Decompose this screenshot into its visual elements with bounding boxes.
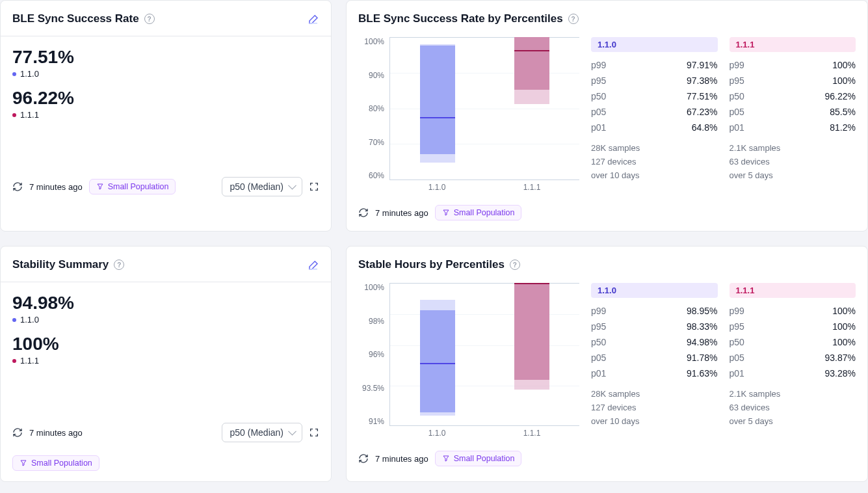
percentile-row: p9598.33% <box>591 319 718 334</box>
percentile-meta: 28K samples127 devicesover 10 days <box>591 142 718 182</box>
title-text: BLE Sync Success Rate by Percentiles <box>358 12 563 25</box>
filter-icon <box>442 209 450 217</box>
refresh-icon[interactable] <box>358 207 369 218</box>
card-title: BLE Sync Success Rate by Percentiles ? <box>358 12 579 25</box>
refresh-icon[interactable] <box>358 453 369 464</box>
dot-icon <box>12 113 16 117</box>
title-text: Stability Summary <box>12 258 109 271</box>
card-ble-percentiles: BLE Sync Success Rate by Percentiles ? 1… <box>346 0 868 232</box>
filter-icon <box>96 183 104 191</box>
y-tick: 100% <box>364 283 384 292</box>
version-badge: 1.1.1 <box>730 283 856 298</box>
card-title: Stable Hours by Percentiles ? <box>358 258 520 271</box>
percentile-row: p9998.95% <box>591 303 718 319</box>
y-tick: 98% <box>369 317 384 326</box>
refresh-icon[interactable] <box>12 181 23 192</box>
small-population-pill[interactable]: Small Population <box>435 205 522 220</box>
filter-icon <box>442 455 450 462</box>
median-select[interactable]: p50 (Median) <box>222 423 303 442</box>
edit-icon[interactable] <box>308 13 319 25</box>
percentile-row: p50100% <box>730 334 856 350</box>
x-label: 1.1.1 <box>484 180 579 192</box>
percentile-meta: 28K samples127 devicesover 10 days <box>591 388 718 428</box>
stat-version: 1.1.1 <box>12 110 319 120</box>
time-ago: 7 minutes ago <box>29 182 83 192</box>
y-tick: 60% <box>369 171 384 180</box>
time-ago: 7 minutes ago <box>29 428 83 438</box>
stat-value: 94.98% <box>12 293 319 313</box>
percentile-row: p95100% <box>730 319 856 334</box>
version-badge: 1.1.1 <box>730 37 856 52</box>
y-tick: 96% <box>369 350 384 359</box>
stat-value: 100% <box>12 334 319 354</box>
percentile-row: p0193.28% <box>730 366 856 381</box>
percentile-meta: 2.1K samples63 devicesover 5 days <box>730 142 856 182</box>
small-population-pill[interactable]: Small Population <box>12 455 99 471</box>
time-ago: 7 minutes ago <box>375 208 428 218</box>
card-title: Stability Summary ? <box>12 258 124 271</box>
y-tick: 91% <box>369 417 384 426</box>
x-label: 1.1.0 <box>389 426 484 438</box>
percentile-meta: 2.1K samples63 devicesover 5 days <box>730 388 856 428</box>
percentile-tables: 1.1.0p9998.95%p9598.33%p5094.98%p0591.78… <box>591 283 856 438</box>
version-badge: 1.1.0 <box>591 37 718 52</box>
percentile-row: p0164.8% <box>591 120 718 135</box>
help-icon[interactable]: ? <box>568 14 579 24</box>
y-tick: 93.5% <box>362 384 384 393</box>
refresh-icon[interactable] <box>12 427 23 438</box>
stat-value: 77.51% <box>12 47 319 68</box>
percentile-column: 1.1.1p99100%p95100%p5096.22%p0585.5%p018… <box>730 37 856 192</box>
y-tick: 90% <box>369 71 384 80</box>
boxplot-bar <box>420 37 455 180</box>
help-icon[interactable]: ? <box>114 260 124 270</box>
percentile-row: p0191.63% <box>591 366 718 381</box>
median-select[interactable]: p50 (Median) <box>222 177 303 196</box>
filter-icon <box>20 459 27 467</box>
small-population-pill[interactable]: Small Population <box>89 179 176 194</box>
title-text: Stable Hours by Percentiles <box>358 258 505 271</box>
percentile-column: 1.1.0p9998.95%p9598.33%p5094.98%p0591.78… <box>591 283 718 438</box>
percentile-chart: 100%98%96%93.5%91% <box>358 283 579 438</box>
stat-version: 1.1.0 <box>12 69 319 79</box>
percentile-column: 1.1.0p9997.91%p9597.38%p5077.51%p0567.23… <box>591 37 718 192</box>
version-badge: 1.1.0 <box>591 283 718 298</box>
percentile-row: p99100% <box>730 57 856 73</box>
boxplot-bar <box>420 283 455 425</box>
card-ble-sync: BLE Sync Success Rate ? 77.51% 1.1.0 96.… <box>0 0 332 232</box>
dot-icon <box>12 72 16 76</box>
title-text: BLE Sync Success Rate <box>12 12 139 25</box>
x-label: 1.1.1 <box>484 426 579 438</box>
card-title: BLE Sync Success Rate ? <box>12 12 155 25</box>
percentile-row: p0591.78% <box>591 350 718 366</box>
small-population-pill[interactable]: Small Population <box>435 451 522 466</box>
percentile-row: p0567.23% <box>591 104 718 120</box>
boxplot-bar <box>514 37 549 180</box>
dot-icon <box>12 359 16 363</box>
time-ago: 7 minutes ago <box>375 454 428 464</box>
edit-icon[interactable] <box>308 259 319 271</box>
help-icon[interactable]: ? <box>144 14 155 24</box>
percentile-column: 1.1.1p99100%p95100%p50100%p0593.87%p0193… <box>730 283 856 438</box>
percentile-row: p9997.91% <box>591 57 718 73</box>
help-icon[interactable]: ? <box>510 260 520 270</box>
stat-value: 96.22% <box>12 88 319 109</box>
y-axis: 100%90%80%70%60% <box>358 37 384 180</box>
percentile-chart: 100%90%80%70%60% <box>358 37 579 192</box>
stat-version: 1.1.1 <box>12 356 319 366</box>
percentile-row: p0593.87% <box>730 350 856 366</box>
y-tick: 80% <box>369 104 384 113</box>
y-tick: 70% <box>369 138 384 147</box>
percentile-row: p0585.5% <box>730 104 856 120</box>
expand-icon[interactable] <box>309 181 319 192</box>
card-stable-hours-percentiles: Stable Hours by Percentiles ? 100%98%96%… <box>346 246 868 482</box>
dot-icon <box>12 318 16 322</box>
y-tick: 100% <box>364 37 384 46</box>
y-axis: 100%98%96%93.5%91% <box>358 283 384 426</box>
percentile-row: p0181.2% <box>730 120 856 135</box>
x-label: 1.1.0 <box>389 180 484 192</box>
percentile-row: p99100% <box>730 303 856 319</box>
card-stability: Stability Summary ? 94.98% 1.1.0 100% 1.… <box>0 246 332 482</box>
expand-icon[interactable] <box>309 427 319 438</box>
stat-version: 1.1.0 <box>12 315 319 325</box>
percentile-tables: 1.1.0p9997.91%p9597.38%p5077.51%p0567.23… <box>591 37 856 192</box>
